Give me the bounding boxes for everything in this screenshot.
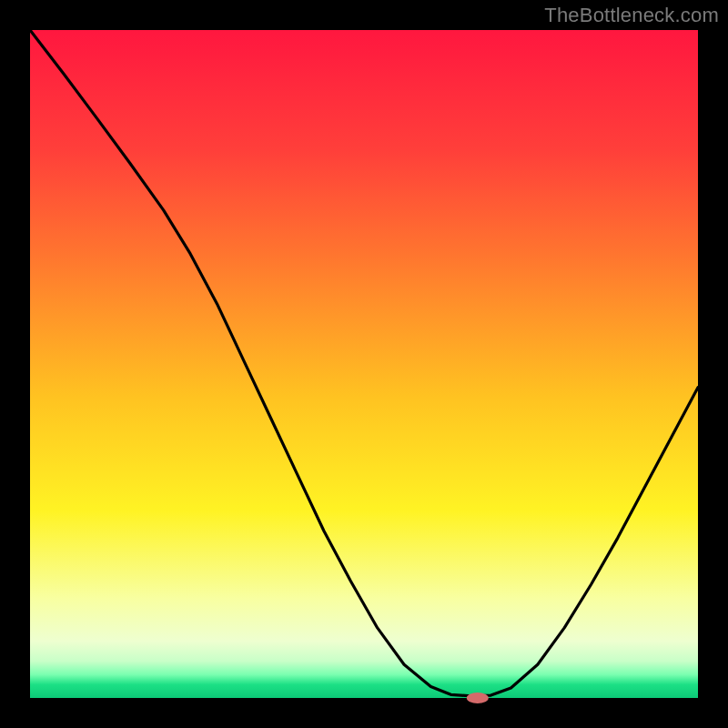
watermark-text: TheBottleneck.com [544,4,719,27]
optimal-marker [467,693,489,703]
chart-container: TheBottleneck.com [0,0,728,728]
plot-background [30,30,698,698]
bottleneck-chart [0,0,728,728]
